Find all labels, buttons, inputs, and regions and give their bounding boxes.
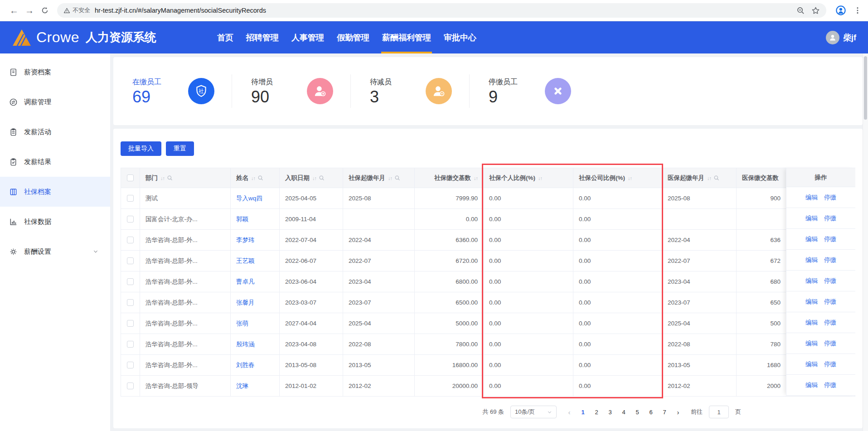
row-checkbox[interactable] <box>127 362 134 368</box>
user-menu[interactable]: 柴jf <box>826 31 856 44</box>
sidebar-item-social-security-archive[interactable]: 社保档案 <box>0 177 110 207</box>
employee-name-link[interactable]: 王艺颖 <box>236 257 255 265</box>
browser-profile-button[interactable] <box>835 5 846 16</box>
page-number-button[interactable]: 5 <box>631 406 644 418</box>
scrollbar-thumb[interactable] <box>864 56 867 120</box>
employee-name-link[interactable]: 刘胜春 <box>236 361 255 369</box>
browser-menu-button[interactable] <box>853 6 862 15</box>
select-all-checkbox[interactable] <box>127 174 134 181</box>
nav-item-personnel[interactable]: 人事管理 <box>285 21 330 53</box>
edit-link[interactable]: 编辑 <box>805 214 818 223</box>
address-bar[interactable]: 不安全 hr-test.zjf-it.cn/#/salaryManagement… <box>57 3 826 18</box>
nav-item-recruitment[interactable]: 招聘管理 <box>240 21 285 53</box>
sort-icon[interactable]: ↓↑ <box>474 175 478 181</box>
edit-link[interactable]: 编辑 <box>805 319 818 327</box>
sort-icon[interactable]: ↓↑ <box>707 175 711 181</box>
browser-back-button[interactable]: ← <box>6 3 22 18</box>
employee-name-link[interactable]: 张萌 <box>236 320 248 328</box>
row-checkbox[interactable] <box>127 320 134 327</box>
nav-item-salary-benefits[interactable]: 薪酬福利管理 <box>376 21 437 53</box>
stop-payment-link[interactable]: 停缴 <box>824 298 836 306</box>
page-number-button[interactable]: 4 <box>617 406 630 418</box>
col-ss-start-month[interactable]: 社保起缴年月↓↑ <box>343 168 415 188</box>
row-checkbox[interactable] <box>127 278 134 285</box>
edit-link[interactable]: 编辑 <box>805 381 818 389</box>
employee-name-link[interactable]: 郭颖 <box>236 215 248 223</box>
col-med-start-month[interactable]: 医保起缴年月↓↑ <box>662 168 737 188</box>
nav-item-home[interactable]: 首页 <box>211 21 240 53</box>
stop-payment-link[interactable]: 停缴 <box>824 214 836 223</box>
stop-payment-link[interactable]: 停缴 <box>824 360 836 368</box>
row-checkbox[interactable] <box>127 299 134 306</box>
bookmark-star-button[interactable] <box>811 6 820 15</box>
reset-button[interactable]: 重置 <box>166 141 194 156</box>
stop-payment-link[interactable]: 停缴 <box>824 235 836 243</box>
search-filter-icon[interactable] <box>257 175 264 181</box>
employee-name-link[interactable]: 沈琳 <box>236 382 248 390</box>
page-number-button[interactable]: 1 <box>577 406 589 418</box>
col-ss-personal-ratio[interactable]: 社保个人比例(%)↓↑ <box>484 168 573 188</box>
sort-icon[interactable]: ↓↑ <box>538 175 542 181</box>
edit-link[interactable]: 编辑 <box>805 256 818 264</box>
page-number-button[interactable]: 2 <box>590 406 603 418</box>
page-size-select[interactable]: 10条/页 <box>510 406 557 418</box>
stop-payment-link[interactable]: 停缴 <box>824 256 836 264</box>
page-number-button[interactable]: 6 <box>645 406 657 418</box>
sidebar-item-social-security-data[interactable]: 社保数据 <box>0 207 110 237</box>
zoom-out-button[interactable] <box>796 6 805 15</box>
row-checkbox[interactable] <box>127 383 134 389</box>
row-checkbox[interactable] <box>127 257 134 264</box>
page-number-button[interactable]: 7 <box>658 406 671 418</box>
batch-import-button[interactable]: 批量导入 <box>121 141 161 156</box>
sidebar-item-payroll-activity[interactable]: 发薪活动 <box>0 117 110 147</box>
next-page-button[interactable]: › <box>672 406 684 418</box>
sidebar-item-salary-adjust[interactable]: 调薪管理 <box>0 87 110 117</box>
edit-link[interactable]: 编辑 <box>805 339 818 348</box>
sidebar-item-salary-archive[interactable]: 薪资档案 <box>0 57 110 87</box>
sort-icon[interactable]: ↓↑ <box>312 175 316 181</box>
edit-link[interactable]: 编辑 <box>805 277 818 285</box>
edit-link[interactable]: 编辑 <box>805 235 818 243</box>
row-checkbox[interactable] <box>127 341 134 348</box>
stop-payment-link[interactable]: 停缴 <box>824 381 836 389</box>
col-ss-company-ratio[interactable]: 社保公司比例(%)↓↑ <box>573 168 662 188</box>
prev-page-button[interactable]: ‹ <box>563 406 576 418</box>
search-filter-icon[interactable] <box>167 175 173 181</box>
search-filter-icon[interactable] <box>713 175 720 181</box>
edit-link[interactable]: 编辑 <box>805 360 818 368</box>
page-number-button[interactable]: 3 <box>604 406 616 418</box>
row-checkbox[interactable] <box>127 216 134 223</box>
sidebar-item-payroll-result[interactable]: 发薪结果 <box>0 147 110 177</box>
search-filter-icon[interactable] <box>394 175 401 181</box>
scrollbar[interactable] <box>863 53 868 431</box>
employee-name-link[interactable]: 曹卓凡 <box>236 278 255 286</box>
search-filter-icon[interactable] <box>319 175 325 181</box>
stop-payment-link[interactable]: 停缴 <box>824 339 836 348</box>
col-ss-base[interactable]: 社保缴交基数↓↑ <box>415 168 484 188</box>
sort-icon[interactable]: ↓↑ <box>628 175 632 181</box>
row-checkbox[interactable] <box>127 195 134 202</box>
employee-name-link[interactable]: 殷玮涵 <box>236 340 255 349</box>
stop-payment-link[interactable]: 停缴 <box>824 194 836 202</box>
employee-name-link[interactable]: 张馨月 <box>236 299 255 307</box>
stop-payment-link[interactable]: 停缴 <box>824 277 836 285</box>
employee-name-link[interactable]: 李梦玮 <box>236 236 255 244</box>
col-dept[interactable]: 部门↓↑ <box>140 168 231 188</box>
nav-item-approval-center[interactable]: 审批中心 <box>437 21 483 53</box>
col-name[interactable]: 姓名↓↑ <box>231 168 280 188</box>
stop-payment-link[interactable]: 停缴 <box>824 319 836 327</box>
goto-page-input[interactable] <box>709 406 729 418</box>
employee-name-link[interactable]: 导入wq四 <box>236 194 262 203</box>
edit-link[interactable]: 编辑 <box>805 194 818 202</box>
row-checkbox[interactable] <box>127 237 134 243</box>
browser-reload-button[interactable] <box>37 3 53 18</box>
security-badge[interactable]: 不安全 <box>63 6 90 15</box>
browser-forward-button[interactable]: → <box>22 3 37 18</box>
sort-icon[interactable]: ↓↑ <box>388 175 392 181</box>
sidebar-item-salary-settings[interactable]: 薪酬设置 <box>0 237 110 266</box>
sort-icon[interactable]: ↓↑ <box>251 175 255 181</box>
nav-item-attendance[interactable]: 假勤管理 <box>330 21 376 53</box>
sort-icon[interactable]: ↓↑ <box>160 175 165 181</box>
col-hire-date[interactable]: 入职日期↓↑ <box>280 168 343 188</box>
edit-link[interactable]: 编辑 <box>805 298 818 306</box>
